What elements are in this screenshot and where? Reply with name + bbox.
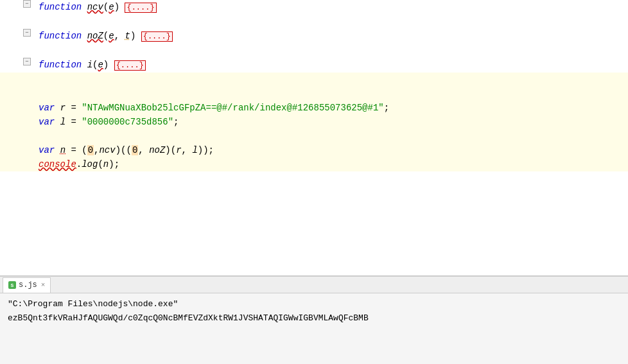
paren-1: ( xyxy=(103,2,109,12)
paren-log: ( xyxy=(98,159,103,169)
num-0-2: 0 xyxy=(132,145,138,155)
func-name-ncv: ncv xyxy=(87,2,103,12)
param-e-1: e xyxy=(109,2,114,12)
keyword-function-5: function xyxy=(39,60,82,70)
brace-collapsed-3[interactable]: {....} xyxy=(141,31,173,42)
gutter-3: − xyxy=(5,29,37,37)
collapse-btn-5[interactable]: − xyxy=(23,58,31,65)
call-ncv: ncv xyxy=(99,145,115,155)
code-content-console: console.log(n); xyxy=(37,157,628,171)
code-content-1: function ncv(e) {....} xyxy=(37,0,628,15)
varname-r: r xyxy=(60,103,65,113)
dot-console: . xyxy=(76,159,82,169)
arg-n: n xyxy=(103,159,109,169)
blank-line-2 xyxy=(0,44,628,58)
terminal-line-2: ezB5Qnt3fkVRaHJfAQUGWQd/c0ZqcQ0NcBMfEVZd… xyxy=(8,311,620,325)
paren-4: ) xyxy=(130,31,135,41)
str-value-l: "0000000c735d856" xyxy=(82,117,173,127)
paren-log-close: ); xyxy=(109,159,119,169)
tab-close-sjs[interactable]: × xyxy=(41,281,46,289)
param-t: t xyxy=(125,31,130,41)
tab-bar: S s.js × xyxy=(0,277,628,293)
paren-n1: ( xyxy=(82,145,87,155)
trailing-blank xyxy=(0,171,628,186)
varname-l: l xyxy=(60,117,65,127)
str-value-r: "NTAwMGNuaXBob25lcGFpZA==@#/rank/index@#… xyxy=(82,103,383,113)
comma-n3: , xyxy=(182,145,187,155)
terminal-line-1: "C:\Program Files\nodejs\node.exe" xyxy=(8,297,620,311)
brace-collapsed-1[interactable]: {....} xyxy=(125,3,156,13)
paren-n2: )(( xyxy=(116,145,132,155)
blank-line-1 xyxy=(0,15,628,29)
code-container: − function ncv(e) {....} − function noZ(… xyxy=(0,0,628,186)
tab-icon-sjs: S xyxy=(8,281,16,289)
blank-highlighted-2 xyxy=(0,87,628,101)
code-content-h3 xyxy=(37,129,628,143)
editor-area: − function ncv(e) {....} − function noZ(… xyxy=(0,0,628,276)
code-line-console: console.log(n); xyxy=(0,157,628,171)
call-noz: noZ xyxy=(149,145,165,155)
op-assign-n: = xyxy=(71,145,76,155)
func-name-noz: noZ xyxy=(87,31,103,41)
code-content-var-n: var n = (0,ncv)((0, noZ)(r, l)); xyxy=(37,143,628,157)
code-line-var-r: var r = "NTAwMGNuaXBob25lcGFpZA==@#/rank… xyxy=(0,101,628,115)
func-name-i: i xyxy=(87,60,92,70)
arg-r: r xyxy=(176,145,181,155)
keyword-function-1: function xyxy=(39,2,82,12)
tab-label-sjs: s.js xyxy=(19,281,37,290)
terminal-content: "C:\Program Files\nodejs\node.exe" ezB5Q… xyxy=(0,293,628,364)
keyword-var-r: var xyxy=(39,103,55,113)
code-content-var-r: var r = "NTAwMGNuaXBob25lcGFpZA==@#/rank… xyxy=(37,101,628,115)
code-line-3: − function noZ(e, t) {....} xyxy=(0,29,628,44)
collapse-btn-1[interactable]: − xyxy=(23,0,31,8)
paren-2: ) xyxy=(114,2,119,12)
keyword-var-l: var xyxy=(39,117,55,127)
tab-sjs[interactable]: S s.js × xyxy=(3,277,51,293)
code-content-3: function noZ(e, t) {....} xyxy=(37,29,628,44)
arg-l: l xyxy=(192,145,197,155)
code-line-var-n: var n = (0,ncv)((0, noZ)(r, l)); xyxy=(0,143,628,157)
comma-1: , xyxy=(114,31,119,41)
code-content-var-l: var l = "0000000c735d856"; xyxy=(37,115,628,129)
code-content-5: function i(e) {....} xyxy=(37,58,628,73)
brace-collapsed-5[interactable]: {....} xyxy=(114,60,146,71)
blank-highlighted-1 xyxy=(0,73,628,87)
keyword-console: console xyxy=(39,159,76,169)
collapse-btn-3[interactable]: − xyxy=(23,29,31,37)
code-content-h1 xyxy=(37,73,628,87)
paren-6: ) xyxy=(103,60,109,70)
code-line-var-l: var l = "0000000c735d856"; xyxy=(0,115,628,129)
keyword-function-3: function xyxy=(39,31,82,41)
code-content-h2 xyxy=(37,87,628,101)
op-assign-r: = xyxy=(71,103,76,113)
code-line-1: − function ncv(e) {....} xyxy=(0,0,628,15)
gutter-5: − xyxy=(5,58,37,65)
blank-highlighted-3 xyxy=(0,129,628,143)
param-e-3: e xyxy=(109,31,114,41)
gutter-1: − xyxy=(5,0,37,8)
comma-n2: , xyxy=(138,145,143,155)
varname-n: n xyxy=(60,145,65,155)
bottom-panel: S s.js × "C:\Program Files\nodejs\node.e… xyxy=(0,276,628,364)
param-e-5: e xyxy=(98,60,103,70)
paren-n3: )( xyxy=(165,145,176,155)
op-assign-l: = xyxy=(71,117,76,127)
paren-3: ( xyxy=(103,31,109,41)
num-0-1: 0 xyxy=(87,145,94,155)
paren-n4: )); xyxy=(198,145,214,155)
code-line-5: − function i(e) {....} xyxy=(0,58,628,73)
keyword-var-n: var xyxy=(39,145,55,155)
func-log: log xyxy=(82,159,98,169)
